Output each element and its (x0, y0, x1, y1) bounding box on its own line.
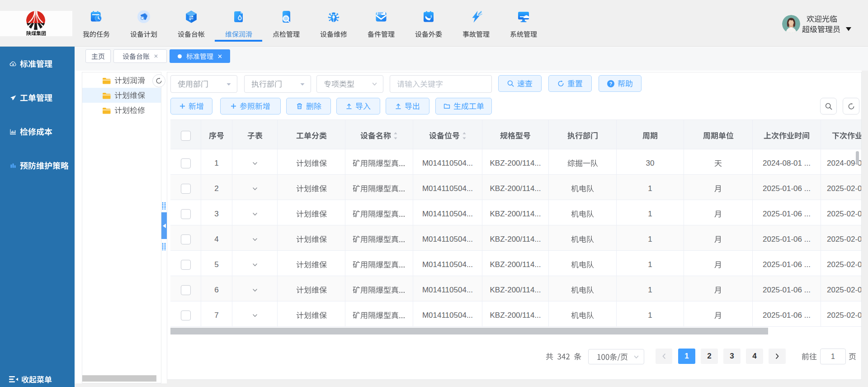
svg-text:?: ? (609, 81, 612, 86)
